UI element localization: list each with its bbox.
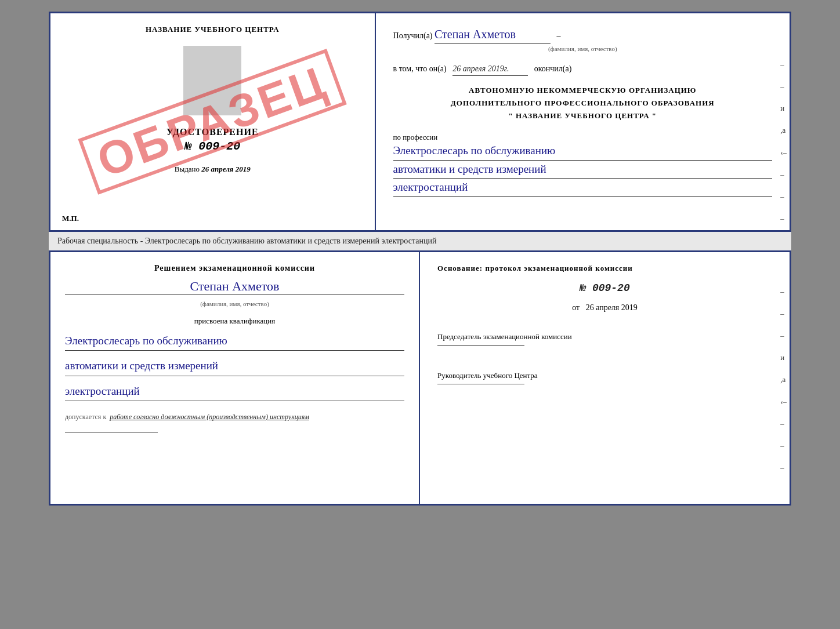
decision-title: Решением экзаменационной комиссии	[65, 264, 404, 273]
chairman-block: Председатель экзаменационной комиссии	[437, 328, 772, 346]
allowed-value: работе согласно должностным (производств…	[110, 413, 309, 421]
bottom-fio-subtitle: (фамилия, имя, отчество)	[65, 300, 404, 307]
allowed-label: допускается к работе согласно должностны…	[65, 413, 404, 421]
received-name: Степан Ахметов	[435, 25, 551, 44]
in-that-date: 26 апреля 2019г.	[452, 63, 528, 76]
in-that-row: в том, что он(а) 26 апреля 2019г. окончи…	[393, 63, 772, 76]
chairman-label: Председатель экзаменационной комиссии	[437, 332, 772, 341]
bottom-person-name: Степан Ахметов	[65, 279, 404, 294]
chairman-sig-line	[437, 345, 524, 346]
top-certificate: НАЗВАНИЕ УЧЕБНОГО ЦЕНТРА УДОСТОВЕРЕНИЕ №…	[49, 12, 791, 232]
side-marks-top: – – и ,а ‹– – – –	[780, 60, 787, 223]
side-marks-bottom: – – – и ,а ‹– – – –	[780, 287, 787, 472]
assigned-label: присвоена квалификация	[65, 317, 404, 326]
mp-label: М.П.	[62, 214, 79, 223]
org-block: АВТОНОМНУЮ НЕКОММЕРЧЕСКУЮ ОРГАНИЗАЦИЮ ДО…	[393, 84, 772, 122]
profession-label: по профессии	[393, 133, 772, 142]
photo-placeholder	[183, 46, 241, 115]
protocol-number: № 009-20	[437, 282, 772, 294]
from-date-val: 26 апреля 2019	[586, 303, 638, 312]
org-text1: АВТОНОМНУЮ НЕКОММЕРЧЕСКУЮ ОРГАНИЗАЦИЮ	[393, 84, 772, 97]
issued-date: 26 апреля 2019	[201, 165, 251, 173]
profession-line3: электростанций	[393, 179, 772, 197]
received-row: Получил(а) Степан Ахметов – (фамилия, им…	[393, 25, 772, 54]
bottom-certificate: Решением экзаменационной комиссии Степан…	[49, 250, 791, 506]
head-block: Руководитель учебного Центра	[437, 366, 772, 384]
bottom-right-panel: Основание: протокол экзаменационной коми…	[420, 252, 790, 504]
issued-label: Выдано	[175, 165, 200, 173]
profession-line1: Электрослесарь по обслуживанию	[393, 142, 772, 160]
head-sig-line	[437, 384, 524, 384]
bottom-sig-line	[65, 432, 158, 432]
org-text2: ДОПОЛНИТЕЛЬНОГО ПРОФЕССИОНАЛЬНОГО ОБРАЗО…	[393, 97, 772, 110]
top-left-panel: НАЗВАНИЕ УЧЕБНОГО ЦЕНТРА УДОСТОВЕРЕНИЕ №…	[50, 13, 376, 230]
qualification-line1: Электрослесарь по обслуживанию	[65, 332, 404, 351]
cert-number: № 009-20	[184, 140, 240, 153]
qualification-line2: автоматики и средств измерений	[65, 357, 404, 376]
cert-issued: Выдано 26 апреля 2019	[175, 165, 251, 174]
received-label: Получил(а)	[393, 31, 433, 40]
bottom-left-panel: Решением экзаменационной комиссии Степан…	[50, 252, 420, 504]
in-that-label: в том, что он(а)	[393, 64, 447, 73]
separator-text: Рабочая специальность - Электрослесарь п…	[49, 232, 791, 250]
fio-subtitle-top: (фамилия, имя, отчество)	[393, 44, 772, 54]
cert-label: УДОСТОВЕРЕНИЕ	[166, 127, 259, 137]
basis-label: Основание: протокол экзаменационной коми…	[437, 264, 772, 273]
profession-block: по профессии Электрослесарь по обслужива…	[393, 130, 772, 197]
from-label: от	[572, 303, 580, 312]
top-right-panel: Получил(а) Степан Ахметов – (фамилия, им…	[376, 13, 790, 230]
from-date-row: от 26 апреля 2019	[437, 303, 772, 312]
school-title-top: НАЗВАНИЕ УЧЕБНОГО ЦЕНТРА	[146, 25, 280, 34]
qualification-line3: электростанций	[65, 382, 404, 401]
finished-label: окончил(а)	[534, 64, 572, 73]
profession-line2: автоматики и средств измерений	[393, 161, 772, 179]
head-label: Руководитель учебного Центра	[437, 371, 772, 380]
org-name: " НАЗВАНИЕ УЧЕБНОГО ЦЕНТРА "	[393, 110, 772, 122]
